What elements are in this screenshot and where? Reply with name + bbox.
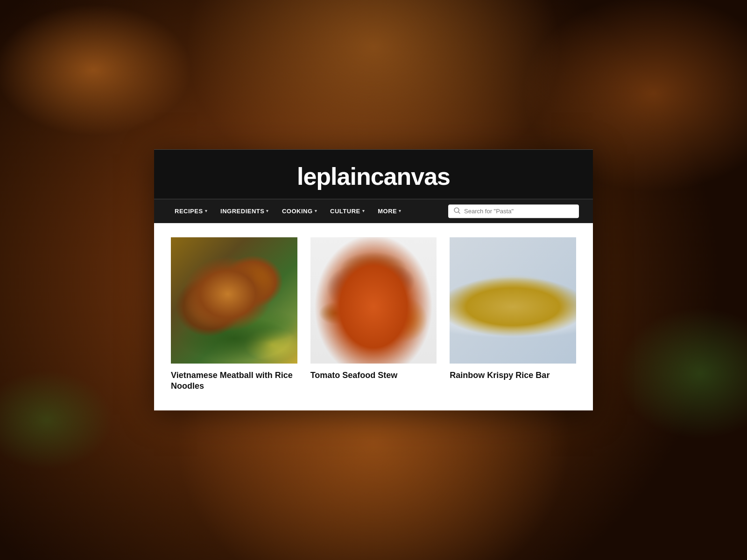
recipe-image-container-3 <box>450 237 576 364</box>
search-input[interactable] <box>464 208 573 215</box>
chevron-down-icon: ▾ <box>362 209 365 213</box>
nav-label-culture: CULTURE <box>330 208 360 215</box>
search-box <box>448 204 579 218</box>
main-content-panel: leplaincanvas RECIPES ▾ INGREDIENTS ▾ CO… <box>154 149 593 410</box>
recipe-card-3[interactable]: Rainbow Krispy Rice Bar <box>450 237 576 392</box>
nav-label-recipes: RECIPES <box>175 208 203 215</box>
recipe-image-container-2 <box>310 237 437 364</box>
nav-item-culture[interactable]: CULTURE ▾ <box>324 199 371 223</box>
nav-item-recipes[interactable]: RECIPES ▾ <box>168 199 214 223</box>
search-icon <box>454 207 460 215</box>
recipe-card-2[interactable]: Tomato Seafood Stew <box>310 237 437 392</box>
nav-item-more[interactable]: MORE ▾ <box>371 199 408 223</box>
site-header: leplaincanvas <box>154 149 593 199</box>
chevron-down-icon: ▾ <box>266 209 269 213</box>
content-area: Vietnamese Meatball with Rice Noodles To… <box>154 223 593 410</box>
chevron-down-icon: ▾ <box>205 209 208 213</box>
nav-label-more: MORE <box>378 208 397 215</box>
recipe-image-3 <box>450 237 576 364</box>
svg-line-1 <box>458 212 460 213</box>
recipe-title-2: Tomato Seafood Stew <box>310 370 437 381</box>
chevron-down-icon: ▾ <box>315 209 317 213</box>
recipe-image-1 <box>171 237 297 364</box>
nav-item-cooking[interactable]: COOKING ▾ <box>275 199 324 223</box>
recipe-grid: Vietnamese Meatball with Rice Noodles To… <box>171 237 576 392</box>
site-title: leplaincanvas <box>163 162 584 190</box>
recipe-image-container-1 <box>171 237 297 364</box>
recipe-title-3: Rainbow Krispy Rice Bar <box>450 370 576 381</box>
navigation-bar: RECIPES ▾ INGREDIENTS ▾ COOKING ▾ CULTUR… <box>154 199 593 223</box>
nav-label-cooking: COOKING <box>282 208 313 215</box>
recipe-card-1[interactable]: Vietnamese Meatball with Rice Noodles <box>171 237 297 392</box>
chevron-down-icon: ▾ <box>399 209 402 213</box>
nav-item-ingredients[interactable]: INGREDIENTS ▾ <box>214 199 275 223</box>
nav-label-ingredients: INGREDIENTS <box>220 208 264 215</box>
recipe-title-1: Vietnamese Meatball with Rice Noodles <box>171 370 297 392</box>
recipe-image-2 <box>310 237 437 364</box>
nav-items: RECIPES ▾ INGREDIENTS ▾ COOKING ▾ CULTUR… <box>168 199 448 223</box>
